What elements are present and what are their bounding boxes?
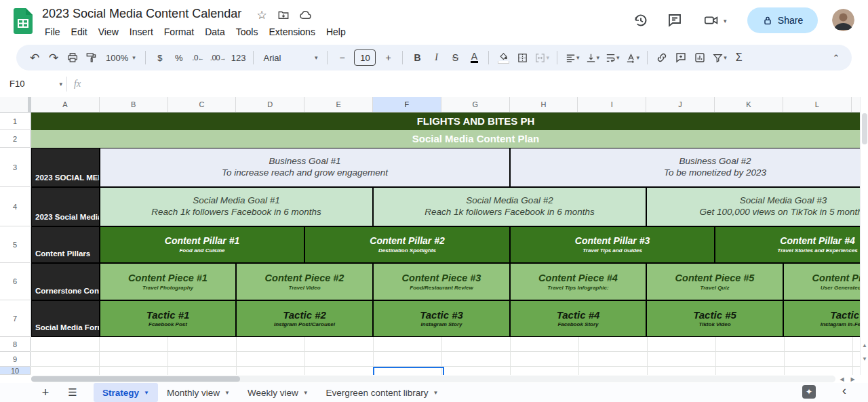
cell-pillar-row5-H[interactable]: Content Pillar #3Travel Tips and Guides bbox=[510, 226, 715, 263]
cell-tactic-row7-D[interactable]: Tactic #2Instgram Post/Carousel bbox=[236, 300, 373, 337]
sheets-logo-icon[interactable] bbox=[14, 7, 33, 35]
cell-pillar-row5-K[interactable]: Content Pillar #4Travel Stories and Expe… bbox=[715, 226, 860, 263]
font-select[interactable]: Arial▾ bbox=[259, 49, 321, 66]
cell-piece-row6-L[interactable]: Content Piece #6User Generated Content bbox=[783, 263, 860, 300]
redo-button[interactable]: ↷ bbox=[45, 49, 62, 66]
cell-goal-row4-F[interactable]: Social Media Goal #2Reach 1k followers F… bbox=[373, 187, 646, 226]
increase-font-size-button[interactable]: + bbox=[379, 49, 397, 66]
column-header-I[interactable]: I bbox=[578, 97, 646, 112]
explore-button[interactable]: ✦ bbox=[802, 385, 816, 399]
column-header-L[interactable]: L bbox=[783, 97, 852, 112]
show-side-panel-button[interactable]: ‹ bbox=[842, 384, 846, 398]
comments-icon[interactable] bbox=[667, 12, 684, 30]
cell-piece-row6-H[interactable]: Content Piece #4Travel Tips Infographic: bbox=[510, 263, 646, 300]
column-header-C[interactable]: C bbox=[168, 97, 237, 112]
camera-dropdown-caret[interactable]: ▾ bbox=[724, 18, 727, 24]
bold-button[interactable]: B bbox=[408, 49, 426, 66]
italic-button[interactable]: I bbox=[427, 49, 445, 66]
scroll-left-arrow[interactable]: ◀ bbox=[837, 375, 847, 383]
account-avatar[interactable] bbox=[832, 9, 854, 31]
increase-decimals-button[interactable]: .00→ bbox=[208, 49, 228, 66]
cell-biz-row3-B[interactable]: Business Goal #1To increase reach and gr… bbox=[100, 148, 510, 187]
cell-piece-row6-D[interactable]: Content Piece #2Travel Video bbox=[236, 263, 373, 300]
all-sheets-button[interactable]: ☰ bbox=[64, 386, 81, 399]
star-icon[interactable]: ☆ bbox=[255, 9, 269, 22]
fill-color-button[interactable] bbox=[494, 49, 512, 66]
column-header-A[interactable]: A bbox=[31, 97, 100, 112]
borders-button[interactable] bbox=[513, 49, 531, 66]
name-box[interactable]: F10▾ bbox=[0, 79, 62, 89]
vertical-scrollbar-thumb[interactable] bbox=[862, 113, 867, 144]
sheet-tab-caret[interactable]: ▼ bbox=[303, 390, 309, 396]
text-color-button[interactable]: A bbox=[465, 49, 483, 66]
menu-help[interactable]: Help bbox=[321, 24, 351, 39]
zoom-select[interactable]: 100%▾ bbox=[102, 49, 140, 66]
cell-label-row5-A[interactable]: Content Pillars bbox=[31, 226, 100, 263]
cell-tactic-row7-H[interactable]: Tactic #4Facebook Story bbox=[510, 300, 646, 337]
sheet-tab-evergreen-content-library[interactable]: Evergreen content library▼ bbox=[317, 383, 448, 402]
cell-label-row7-A[interactable]: Social Media Formats bbox=[31, 300, 100, 337]
cell-label-row3-A[interactable]: 2023 SOCIAL MEDIA STRATEGY bbox=[31, 148, 100, 187]
font-size-input[interactable]: 10 bbox=[352, 49, 378, 66]
horizontal-align-button[interactable]: ▾ bbox=[563, 49, 582, 66]
menu-format[interactable]: Format bbox=[159, 24, 199, 39]
cell-banner2-row2-A[interactable]: Social Media Content Plan bbox=[31, 130, 860, 148]
menu-extensions[interactable]: Extensions bbox=[263, 24, 320, 39]
decrease-decimals-button[interactable]: .0← bbox=[189, 49, 207, 66]
text-wrap-button[interactable]: ▾ bbox=[603, 49, 622, 66]
cells-area[interactable]: FLIGHTS AND BITES PHSocial Media Content… bbox=[0, 113, 860, 375]
column-header-H[interactable]: H bbox=[510, 97, 578, 112]
paint-format-button[interactable] bbox=[83, 49, 100, 66]
cell-label-row6-A[interactable]: Cornerstone Content bbox=[31, 263, 100, 300]
menu-view[interactable]: View bbox=[93, 24, 124, 39]
sheet-tab-caret[interactable]: ▼ bbox=[144, 390, 149, 396]
strikethrough-button[interactable]: S bbox=[446, 49, 464, 66]
version-history-icon[interactable] bbox=[633, 12, 650, 30]
cell-banner1-row1-A[interactable]: FLIGHTS AND BITES PH bbox=[31, 113, 860, 130]
merge-cells-button[interactable]: ▾ bbox=[532, 49, 551, 66]
cell-label-row4-A[interactable]: 2023 Social Media Goals bbox=[31, 187, 100, 226]
cell-piece-row6-B[interactable]: Content Piece #1Travel Photography bbox=[100, 263, 236, 300]
print-button[interactable] bbox=[64, 49, 81, 66]
column-header-E[interactable]: E bbox=[304, 97, 373, 112]
sheet-tab-monthly-view[interactable]: Monthly view▼ bbox=[158, 383, 239, 402]
cell-tactic-row7-L[interactable]: Tactic #6Instagram In-Feed Video bbox=[783, 300, 860, 337]
format-currency-button[interactable]: $ bbox=[151, 49, 169, 66]
horizontal-scrollbar[interactable]: ◀ ▶ bbox=[0, 375, 868, 383]
menu-tools[interactable]: Tools bbox=[231, 24, 264, 39]
cell-goal-row4-B[interactable]: Social Media Goal #1Reach 1k followers F… bbox=[100, 187, 373, 226]
insert-comment-button[interactable] bbox=[672, 49, 690, 66]
cell-tactic-row7-J[interactable]: Tactic #5Tiktok Video bbox=[646, 300, 783, 337]
column-header-B[interactable]: B bbox=[100, 97, 168, 112]
cloud-saved-icon[interactable] bbox=[298, 9, 312, 22]
toolbar-collapse-button[interactable]: ⌃ bbox=[827, 49, 845, 66]
meet-camera-icon[interactable]: ▾ bbox=[703, 12, 730, 30]
menu-edit[interactable]: Edit bbox=[66, 24, 93, 39]
cell-pillar-row5-E[interactable]: Content Pillar #2Destination Spotlights bbox=[304, 226, 510, 263]
scroll-up-arrow[interactable]: ▲ bbox=[861, 340, 868, 350]
decrease-font-size-button[interactable]: − bbox=[333, 49, 351, 66]
vertical-scrollbar[interactable]: ▲ ▼ bbox=[860, 97, 868, 375]
scroll-down-arrow[interactable]: ▼ bbox=[861, 353, 868, 364]
insert-chart-button[interactable] bbox=[691, 49, 709, 66]
text-rotation-button[interactable]: ▾ bbox=[623, 49, 642, 66]
more-formats-button[interactable]: 123 bbox=[229, 49, 248, 66]
column-header-J[interactable]: J bbox=[646, 97, 715, 112]
cell-piece-row6-F[interactable]: Content Piece #3Food/Restaurant Review bbox=[373, 263, 510, 300]
cell-goal-row4-J[interactable]: Social Media Goal #3Get 100,000 views on… bbox=[646, 187, 860, 226]
horizontal-scrollbar-thumb[interactable] bbox=[31, 376, 240, 382]
document-title[interactable]: 2023 Social Media Content Calendar bbox=[42, 7, 241, 21]
filter-button[interactable]: ▾ bbox=[710, 49, 729, 66]
sheet-tab-caret[interactable]: ▼ bbox=[433, 390, 438, 396]
column-header-F[interactable]: F bbox=[373, 97, 441, 112]
cell-piece-row6-J[interactable]: Content Piece #5Travel Quiz bbox=[646, 263, 783, 300]
column-header-D[interactable]: D bbox=[236, 97, 304, 112]
cell-tactic-row7-B[interactable]: Tactic #1Fcaebook Post bbox=[100, 300, 236, 337]
column-header-K[interactable]: K bbox=[715, 97, 783, 112]
column-header-G[interactable]: G bbox=[441, 97, 510, 112]
cell-biz-row3-H[interactable]: Business Goal #2To be monetized by 2023 bbox=[510, 148, 860, 187]
menu-file[interactable]: File bbox=[39, 24, 66, 39]
menu-data[interactable]: Data bbox=[199, 24, 231, 39]
functions-button[interactable]: Σ bbox=[730, 49, 748, 66]
cell-pillar-row5-B[interactable]: Content Pillar #1Food and Cuisine bbox=[100, 226, 304, 263]
